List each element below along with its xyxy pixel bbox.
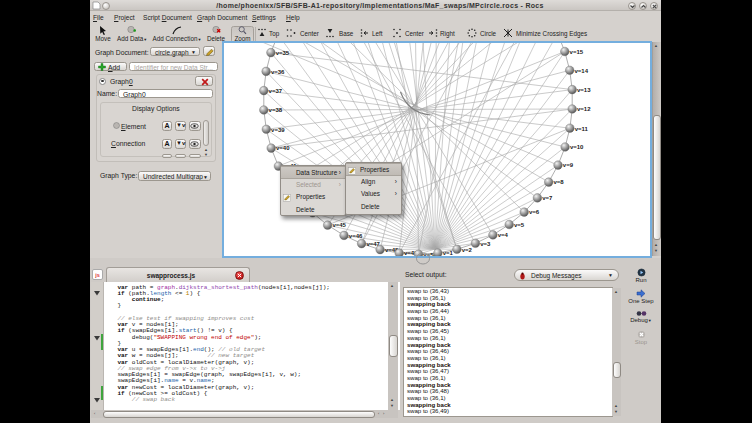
svg-text:v=13: v=13 xyxy=(577,87,591,93)
svg-text:v=1: v=1 xyxy=(443,250,454,256)
svg-text:v=12: v=12 xyxy=(577,106,591,112)
svg-text:v=8: v=8 xyxy=(554,179,565,185)
svg-text:v=46: v=46 xyxy=(349,233,363,239)
svg-text:v=14: v=14 xyxy=(575,68,589,74)
svg-text:v=2: v=2 xyxy=(462,247,473,253)
svg-text:v=4: v=4 xyxy=(498,232,509,238)
svg-text:v=9: v=9 xyxy=(563,162,574,168)
svg-text:v=36: v=36 xyxy=(271,69,285,75)
svg-text:v=3: v=3 xyxy=(480,241,491,247)
svg-text:v=11: v=11 xyxy=(575,126,589,132)
svg-text:v=15: v=15 xyxy=(570,49,584,55)
svg-text:v=40: v=40 xyxy=(276,145,290,151)
svg-text:v=45: v=45 xyxy=(332,222,346,228)
svg-text:v=35: v=35 xyxy=(276,50,290,56)
svg-text:v=39: v=39 xyxy=(271,127,285,133)
svg-text:v=37: v=37 xyxy=(269,88,283,94)
svg-text:v=5: v=5 xyxy=(514,222,525,228)
svg-text:v=7: v=7 xyxy=(542,195,553,201)
svg-text:v=38: v=38 xyxy=(269,107,283,113)
svg-text:v=10: v=10 xyxy=(570,144,584,150)
svg-text:v=6: v=6 xyxy=(529,209,540,215)
